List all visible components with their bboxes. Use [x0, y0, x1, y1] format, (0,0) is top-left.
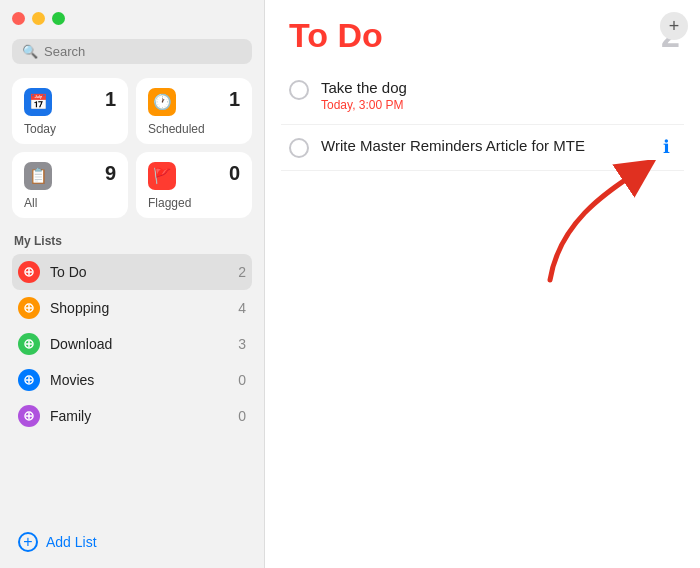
reminder-title-1: Take the dog: [321, 79, 676, 96]
reminder-checkbox-1[interactable]: [289, 80, 309, 100]
flagged-count: 0: [229, 162, 240, 185]
reminder-content-1: Take the dog Today, 3:00 PM: [321, 79, 676, 112]
main-header: To Do 2: [265, 0, 700, 67]
download-dot: [18, 333, 40, 355]
add-list-icon: +: [18, 532, 38, 552]
shopping-count: 4: [238, 300, 246, 316]
smart-card-today[interactable]: 📅 1 Today: [12, 78, 128, 144]
reminder-checkbox-2[interactable]: [289, 138, 309, 158]
download-count: 3: [238, 336, 246, 352]
all-icon: 📋: [24, 162, 52, 190]
reminders-list: Take the dog Today, 3:00 PM Write Master…: [265, 67, 700, 568]
maximize-button[interactable]: [52, 12, 65, 25]
family-dot: [18, 405, 40, 427]
sidebar: 🔍 📅 1 Today 🕐 1 Scheduled: [0, 0, 265, 568]
shopping-name: Shopping: [50, 300, 228, 316]
shopping-dot: [18, 297, 40, 319]
add-list-button[interactable]: + Add List: [12, 520, 252, 568]
smart-card-scheduled[interactable]: 🕐 1 Scheduled: [136, 78, 252, 144]
today-count: 1: [105, 88, 116, 111]
search-bar[interactable]: 🔍: [12, 39, 252, 64]
today-label: Today: [24, 122, 116, 136]
close-button[interactable]: [12, 12, 25, 25]
main-title: To Do: [289, 16, 383, 55]
todo-count: 2: [238, 264, 246, 280]
my-lists-section-title: My Lists: [12, 234, 252, 248]
info-button-2[interactable]: ℹ: [656, 137, 676, 157]
smart-card-all[interactable]: 📋 9 All: [12, 152, 128, 218]
add-list-label: Add List: [46, 534, 97, 550]
reminder-title-2: Write Master Reminders Article for MTE: [321, 137, 644, 154]
todo-name: To Do: [50, 264, 228, 280]
list-item-download[interactable]: Download 3: [12, 326, 252, 362]
family-name: Family: [50, 408, 228, 424]
today-icon: 📅: [24, 88, 52, 116]
smart-card-flagged[interactable]: 🚩 0 Flagged: [136, 152, 252, 218]
flagged-label: Flagged: [148, 196, 240, 210]
search-input[interactable]: [44, 44, 242, 59]
search-icon: 🔍: [22, 44, 38, 59]
scheduled-label: Scheduled: [148, 122, 240, 136]
minimize-button[interactable]: [32, 12, 45, 25]
lists-container: To Do 2 Shopping 4 Download 3 Movies 0: [12, 254, 252, 520]
list-item-shopping[interactable]: Shopping 4: [12, 290, 252, 326]
todo-dot: [18, 261, 40, 283]
smart-cards: 📅 1 Today 🕐 1 Scheduled 📋 9: [12, 78, 252, 218]
download-name: Download: [50, 336, 228, 352]
scheduled-count: 1: [229, 88, 240, 111]
list-item-todo[interactable]: To Do 2: [12, 254, 252, 290]
all-count: 9: [105, 162, 116, 185]
reminder-subtitle-1: Today, 3:00 PM: [321, 98, 676, 112]
flagged-icon: 🚩: [148, 162, 176, 190]
movies-dot: [18, 369, 40, 391]
scheduled-icon: 🕐: [148, 88, 176, 116]
traffic-lights: [12, 12, 252, 25]
main-panel: + To Do 2 Take the dog Today, 3:00 PM Wr…: [265, 0, 700, 568]
list-item-family[interactable]: Family 0: [12, 398, 252, 434]
reminder-item-take-the-dog: Take the dog Today, 3:00 PM: [281, 67, 684, 125]
all-label: All: [24, 196, 116, 210]
reminder-item-article: Write Master Reminders Article for MTE ℹ: [281, 125, 684, 171]
movies-name: Movies: [50, 372, 228, 388]
family-count: 0: [238, 408, 246, 424]
add-reminder-button[interactable]: +: [660, 12, 688, 40]
reminder-content-2: Write Master Reminders Article for MTE: [321, 137, 644, 156]
movies-count: 0: [238, 372, 246, 388]
list-item-movies[interactable]: Movies 0: [12, 362, 252, 398]
